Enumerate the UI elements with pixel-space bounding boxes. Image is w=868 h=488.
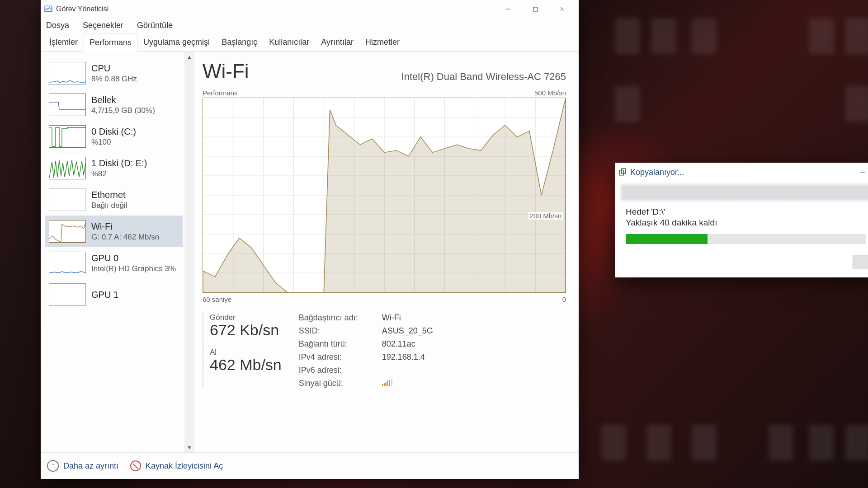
- resource-monitor-icon: [130, 460, 141, 471]
- menu-file[interactable]: Dosya: [45, 19, 70, 32]
- sidebar-item-disk1[interactable]: 1 Diski (D: E:)%82: [45, 152, 183, 184]
- copy-dialog: Kopyalanıyor... Hedef 'D:\' Yaklaşık 40 …: [615, 163, 868, 277]
- tabstrip: İşlemler Performans Uygulama geçmişi Baş…: [41, 33, 579, 52]
- disk1-thumb: [49, 157, 86, 179]
- gpu1-thumb: [49, 283, 86, 306]
- copy-minimize-button[interactable]: [852, 163, 868, 181]
- tab-details[interactable]: Ayrıntılar: [315, 33, 359, 52]
- disk0-thumb: [49, 125, 86, 148]
- copy-progress-bar: [626, 234, 866, 244]
- performance-main: Wi-Fi Intel(R) Dual Band Wireless-AC 726…: [194, 52, 579, 452]
- menu-view[interactable]: Görüntüle: [136, 19, 174, 32]
- chevron-up-icon: ˄: [47, 460, 59, 472]
- tab-services[interactable]: Hizmetler: [359, 33, 406, 52]
- svg-rect-2: [533, 7, 538, 11]
- sidebar-item-wifi[interactable]: Wi-FiG: 0,7 A: 462 Mb/sn: [45, 216, 183, 247]
- sidebar-item-cpu[interactable]: CPU8% 0,88 GHz: [45, 57, 183, 89]
- sidebar-scrollbar[interactable]: ▲ ▼: [184, 52, 194, 452]
- maximize-button[interactable]: [522, 0, 549, 18]
- adapter-name: Intel(R) Dual Band Wireless-AC 7265: [401, 71, 566, 83]
- tab-performance[interactable]: Performans: [84, 33, 137, 52]
- adapter-details: Bağdaştırıcı adı:Wi-Fi SSID:ASUS_20_5G B…: [299, 313, 433, 388]
- stat-receive: Al 462 Mb/sn: [210, 348, 282, 374]
- chart-label-bottom-left: 60 saniye: [203, 296, 231, 303]
- fewer-details-button[interactable]: ˄ Daha az ayrıntı: [47, 460, 118, 472]
- tab-app-history[interactable]: Uygulama geçmişi: [137, 33, 216, 52]
- tab-processes[interactable]: İşlemler: [43, 33, 84, 52]
- sidebar-item-label: CPU: [91, 63, 137, 74]
- close-button[interactable]: [549, 0, 576, 18]
- open-resource-monitor-link[interactable]: Kaynak İzleyicisini Aç: [130, 460, 223, 471]
- scroll-up-icon[interactable]: ▲: [184, 52, 194, 62]
- stat-send: Gönder 672 Kb/sn: [210, 313, 282, 339]
- menubar: Dosya Seçenekler Görüntüle: [41, 18, 579, 33]
- window-title: Görev Yöneticisi: [56, 5, 108, 13]
- copy-icon: [618, 168, 627, 176]
- copy-source-path: [621, 184, 868, 201]
- gpu0-thumb: [49, 252, 86, 274]
- task-manager-icon: [44, 5, 52, 13]
- minimize-button[interactable]: [495, 0, 522, 18]
- chart-label-bottom-right: 0: [562, 296, 566, 303]
- titlebar[interactable]: Görev Yöneticisi: [41, 0, 579, 18]
- sidebar-item-disk0[interactable]: 0 Diski (C:)%100: [45, 121, 183, 152]
- menu-options[interactable]: Seçenekler: [82, 19, 124, 32]
- copy-action-button[interactable]: [853, 255, 868, 269]
- scroll-down-icon[interactable]: ▼: [184, 442, 194, 452]
- sidebar-item-gpu0[interactable]: GPU 0Intel(R) HD Graphics 3%: [45, 247, 183, 279]
- copy-destination: Hedef 'D:\': [615, 207, 868, 217]
- ethernet-thumb: [49, 188, 86, 211]
- page-title: Wi-Fi: [203, 60, 249, 83]
- cpu-thumb: [49, 62, 86, 84]
- sidebar-item-memory[interactable]: Bellek4,7/15,9 GB (30%): [45, 89, 183, 121]
- tab-startup[interactable]: Başlangıç: [216, 33, 263, 52]
- chart-marker-200: 200 Mb/sn: [528, 212, 563, 220]
- throughput-chart[interactable]: 200 Mb/sn: [203, 98, 566, 293]
- chart-label-top-right: 500 Mb/sn: [534, 89, 566, 97]
- footer: ˄ Daha az ayrıntı Kaynak İzleyicisini Aç: [41, 452, 579, 479]
- chart-label-top-left: Performans: [203, 89, 238, 97]
- memory-thumb: [49, 94, 86, 116]
- copy-title: Kopyalanıyor...: [630, 168, 684, 177]
- signal-strength-icon: [382, 379, 433, 388]
- tab-users[interactable]: Kullanıcılar: [263, 33, 315, 52]
- performance-sidebar: CPU8% 0,88 GHz Bellek4,7/15,9 GB (30%) 0…: [41, 52, 184, 452]
- wifi-thumb: [49, 220, 86, 243]
- copy-titlebar[interactable]: Kopyalanıyor...: [615, 163, 868, 182]
- sidebar-item-ethernet[interactable]: EthernetBağlı değil: [45, 184, 183, 216]
- task-manager-window: Görev Yöneticisi Dosya Seçenekler Görünt…: [41, 0, 579, 479]
- sidebar-item-gpu1[interactable]: GPU 1: [45, 279, 183, 310]
- copy-eta: Yaklaşık 40 dakika kaldı: [615, 217, 868, 234]
